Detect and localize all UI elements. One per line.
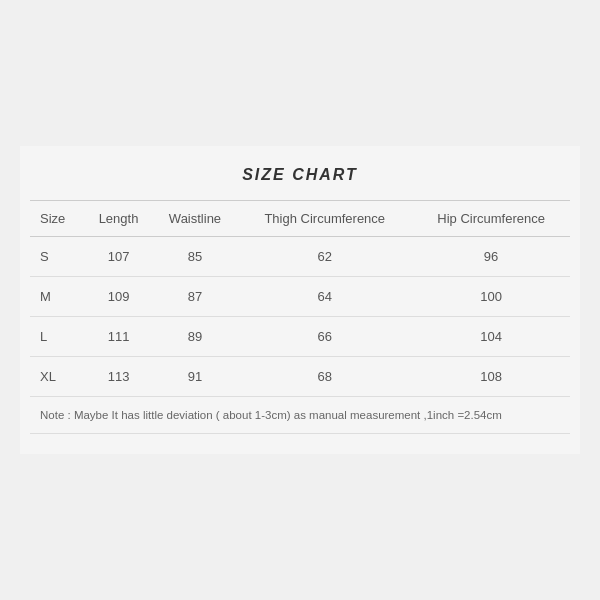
table-row: XL1139168108: [30, 357, 570, 397]
cell-size: XL: [30, 357, 84, 397]
col-header-length: Length: [84, 201, 152, 237]
cell-length: 113: [84, 357, 152, 397]
size-chart-table: Size Length Waistline Thigh Circumferenc…: [30, 200, 570, 434]
cell-length: 107: [84, 237, 152, 277]
cell-size: M: [30, 277, 84, 317]
cell-waistline: 89: [153, 317, 238, 357]
cell-hip: 108: [412, 357, 570, 397]
note-row: Note : Maybe It has little deviation ( a…: [30, 397, 570, 434]
cell-waistline: 85: [153, 237, 238, 277]
table-row: L1118966104: [30, 317, 570, 357]
cell-hip: 100: [412, 277, 570, 317]
cell-hip: 104: [412, 317, 570, 357]
col-header-waistline: Waistline: [153, 201, 238, 237]
cell-hip: 96: [412, 237, 570, 277]
col-header-hip: Hip Circumference: [412, 201, 570, 237]
cell-length: 111: [84, 317, 152, 357]
chart-title: SIZE CHART: [30, 166, 570, 184]
note-text: Note : Maybe It has little deviation ( a…: [30, 397, 570, 434]
cell-size: L: [30, 317, 84, 357]
col-header-size: Size: [30, 201, 84, 237]
cell-waistline: 91: [153, 357, 238, 397]
cell-thigh: 64: [237, 277, 412, 317]
table-row: M1098764100: [30, 277, 570, 317]
cell-thigh: 62: [237, 237, 412, 277]
col-header-thigh: Thigh Circumference: [237, 201, 412, 237]
cell-thigh: 68: [237, 357, 412, 397]
table-header-row: Size Length Waistline Thigh Circumferenc…: [30, 201, 570, 237]
cell-size: S: [30, 237, 84, 277]
size-chart-container: SIZE CHART Size Length Waistline Thigh C…: [20, 146, 580, 454]
cell-thigh: 66: [237, 317, 412, 357]
cell-waistline: 87: [153, 277, 238, 317]
table-row: S107856296: [30, 237, 570, 277]
cell-length: 109: [84, 277, 152, 317]
